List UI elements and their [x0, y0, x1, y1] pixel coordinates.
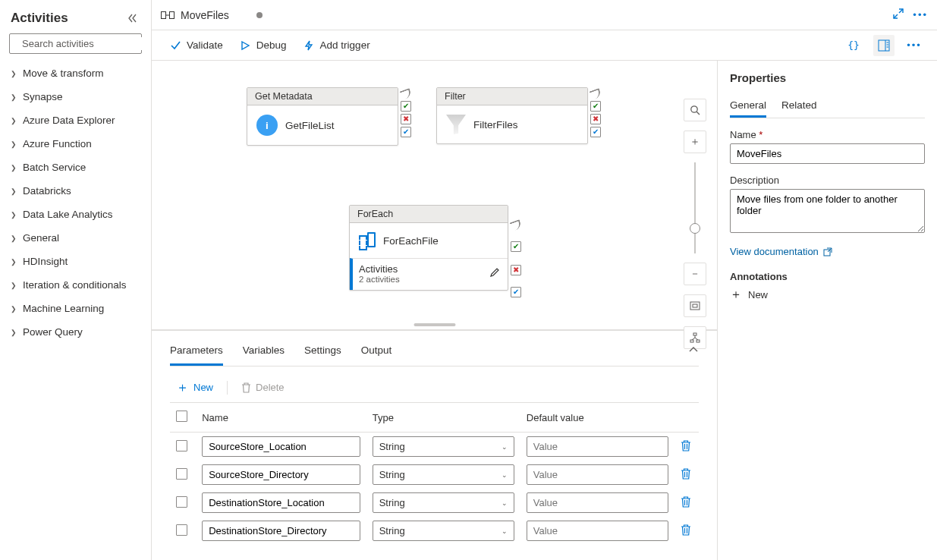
param-name-input[interactable]: [202, 464, 360, 485]
sidebar-collapse-icon[interactable]: [128, 14, 140, 23]
svg-rect-7: [879, 40, 889, 51]
description-label: Description: [730, 175, 925, 186]
node-filter[interactable]: Filter FilterFiles ✔ ✖ ✔: [436, 87, 588, 144]
select-all-checkbox[interactable]: [176, 411, 187, 422]
parameter-row: String⌄: [170, 489, 699, 517]
parameter-row: String⌄: [170, 517, 699, 545]
category-item[interactable]: ❯Data Lake Analytics: [0, 203, 151, 226]
col-type: Type: [366, 403, 520, 433]
node-foreach[interactable]: ForEach ForEachFile Activities 2 activit…: [349, 205, 508, 291]
foreach-activities-section[interactable]: Activities 2 activities: [350, 258, 508, 290]
panel-collapse-icon[interactable]: [688, 344, 699, 356]
param-type-select[interactable]: String⌄: [373, 492, 514, 513]
prop-tab-related[interactable]: Related: [781, 95, 817, 118]
edit-icon[interactable]: [489, 267, 500, 280]
bottom-tab-output[interactable]: Output: [361, 337, 392, 366]
param-value-input[interactable]: [527, 521, 668, 541]
parameter-row: String⌄: [170, 433, 699, 461]
col-name: Name: [196, 403, 366, 433]
bottom-tab-variables[interactable]: Variables: [243, 337, 285, 366]
bottom-tab-parameters[interactable]: Parameters: [170, 337, 223, 366]
add-annotation-button[interactable]: ＋New: [730, 287, 925, 303]
param-name-input[interactable]: [202, 492, 360, 513]
validate-button[interactable]: Validate: [170, 39, 223, 51]
param-name-input[interactable]: [202, 436, 360, 457]
param-name-input[interactable]: [202, 521, 360, 541]
param-type-select[interactable]: String⌄: [373, 464, 514, 485]
category-item[interactable]: ❯HDInsight: [0, 250, 151, 273]
node-get-metadata[interactable]: Get Metadata i GetFileList ✔ ✖ ✔: [247, 87, 398, 146]
sidebar-title: Activities: [11, 11, 68, 26]
col-default: Default value: [520, 403, 674, 433]
category-item[interactable]: ❯Move & transform: [0, 61, 151, 85]
category-item[interactable]: ❯Batch Service: [0, 156, 151, 179]
node-status-column: ✔ ✖ ✔: [590, 90, 601, 137]
debug-button[interactable]: Debug: [240, 39, 287, 51]
chevron-right-icon: ❯: [11, 70, 17, 77]
delete-row-button[interactable]: [674, 489, 699, 517]
svg-rect-16: [693, 333, 696, 335]
row-checkbox[interactable]: [176, 440, 187, 451]
name-input[interactable]: [730, 143, 925, 164]
svg-rect-3: [170, 11, 175, 18]
view-documentation-link[interactable]: View documentation: [730, 246, 925, 257]
node-header: ForEach: [350, 206, 508, 223]
svg-line-13: [696, 112, 700, 115]
chevron-right-icon: ❯: [11, 234, 17, 242]
add-parameter-button[interactable]: ＋New: [176, 379, 213, 396]
prop-tab-general[interactable]: General: [730, 95, 766, 118]
delete-row-button[interactable]: [674, 461, 699, 489]
chevron-right-icon: ❯: [11, 164, 17, 171]
category-item[interactable]: ❯Databricks: [0, 179, 151, 203]
code-view-icon[interactable]: {}: [843, 35, 864, 56]
expand-icon[interactable]: [893, 8, 904, 21]
fit-screen-button[interactable]: [684, 294, 706, 317]
delete-row-button[interactable]: [674, 433, 699, 461]
category-item[interactable]: ❯Machine Learning: [0, 297, 151, 320]
category-item[interactable]: ❯Azure Data Explorer: [0, 109, 151, 132]
row-checkbox[interactable]: [176, 468, 187, 480]
param-value-input[interactable]: [527, 464, 668, 485]
add-trigger-button[interactable]: Add trigger: [303, 39, 370, 51]
category-item[interactable]: ❯General: [0, 226, 151, 250]
svg-rect-14: [690, 302, 700, 310]
filter-icon: [446, 115, 466, 134]
node-name: ForEachFile: [383, 235, 439, 247]
external-link-icon: [823, 247, 832, 256]
chevron-down-icon: ⌄: [502, 499, 508, 507]
category-item[interactable]: ❯Synapse: [0, 85, 151, 109]
bottom-tab-settings[interactable]: Settings: [304, 337, 341, 366]
chevron-right-icon: ❯: [11, 140, 17, 148]
search-activities-input[interactable]: [9, 33, 142, 54]
name-label: Name: [730, 129, 925, 140]
more-icon[interactable]: •••: [913, 9, 928, 20]
chevron-right-icon: ❯: [11, 282, 17, 289]
chevron-right-icon: ❯: [11, 211, 17, 219]
panel-resize-handle[interactable]: [413, 323, 455, 326]
row-checkbox[interactable]: [176, 496, 187, 508]
category-item[interactable]: ❯Azure Function: [0, 132, 151, 156]
row-checkbox[interactable]: [176, 524, 187, 536]
param-value-input[interactable]: [527, 492, 668, 513]
zoom-out-button[interactable]: －: [684, 263, 706, 285]
param-type-select[interactable]: String⌄: [373, 436, 514, 457]
main-area: MoveFiles ••• Validate Debug Add trigger: [152, 0, 937, 560]
chevron-right-icon: ❯: [11, 117, 17, 124]
unsaved-dot-icon: [256, 12, 263, 18]
delete-row-button[interactable]: [674, 517, 699, 545]
param-value-input[interactable]: [527, 436, 668, 457]
category-item[interactable]: ❯Power Query: [0, 320, 151, 344]
param-type-select[interactable]: String⌄: [373, 521, 514, 541]
toolbar-more-icon[interactable]: •••: [904, 35, 925, 56]
properties-toggle-icon[interactable]: [873, 35, 895, 56]
design-canvas[interactable]: Get Metadata i GetFileList ✔ ✖ ✔: [152, 61, 717, 330]
node-name: FilterFiles: [473, 119, 518, 131]
zoom-slider[interactable]: [694, 162, 696, 253]
delete-parameter-button[interactable]: Delete: [241, 382, 285, 393]
category-item[interactable]: ❯Iteration & conditionals: [0, 273, 151, 297]
description-input[interactable]: [730, 189, 925, 233]
zoom-in-button[interactable]: ＋: [684, 131, 706, 153]
canvas-search-button[interactable]: [684, 99, 706, 121]
tab-bar: MoveFiles •••: [152, 0, 937, 30]
node-status-column: ✔ ✖ ✔: [511, 221, 521, 297]
